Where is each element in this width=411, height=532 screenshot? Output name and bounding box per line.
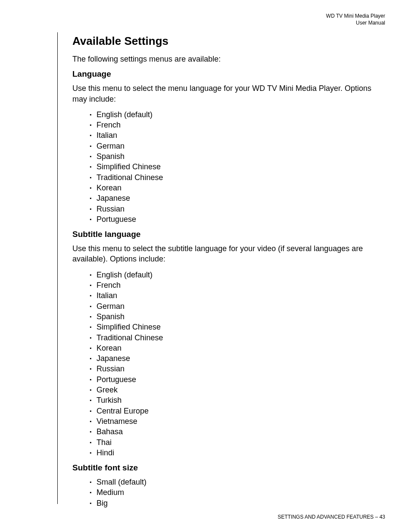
list-item: French [90, 280, 383, 290]
list-item: Medium [90, 487, 383, 498]
section-body-subtitle-language: Use this menu to select the subtitle lan… [72, 243, 383, 264]
section-body-language: Use this menu to select the menu languag… [72, 83, 383, 104]
list-item: Central Europe [90, 406, 383, 416]
page-footer: SETTINGS AND ADVANCED FEATURES – 43 [277, 514, 385, 520]
list-item: Thai [90, 437, 383, 448]
list-item: Spanish [90, 311, 383, 322]
list-item: Korean [90, 343, 383, 353]
list-item: Italian [90, 290, 383, 301]
section-heading-language: Language [72, 69, 383, 79]
header-line2: User Manual [326, 20, 385, 27]
list-item: Japanese [90, 193, 383, 203]
list-item: Traditional Chinese [90, 333, 383, 343]
page-header: WD TV Mini Media Player User Manual [326, 13, 385, 26]
list-item: Russian [90, 204, 383, 214]
section-heading-subtitle-font-size: Subtitle font size [72, 463, 383, 473]
intro-text: The following settings menus are availab… [72, 54, 383, 64]
list-item: English (default) [90, 270, 383, 280]
subtitle-font-size-list: Small (default) Medium Big [90, 477, 383, 508]
list-item: Vietnamese [90, 416, 383, 426]
language-list: English (default) French Italian German … [90, 109, 383, 224]
list-item: Simplified Chinese [90, 322, 383, 332]
vertical-rule [57, 32, 58, 504]
list-item: Spanish [90, 151, 383, 162]
header-line1: WD TV Mini Media Player [326, 13, 385, 20]
list-item: English (default) [90, 109, 383, 120]
list-item: Bahasa [90, 426, 383, 437]
list-item: Turkish [90, 395, 383, 405]
list-item: Small (default) [90, 477, 383, 487]
section-heading-subtitle-language: Subtitle language [72, 230, 383, 239]
list-item: French [90, 120, 383, 130]
content-area: Available Settings The following setting… [72, 34, 383, 513]
list-item: Greek [90, 385, 383, 395]
page-title: Available Settings [72, 34, 383, 48]
list-item: German [90, 301, 383, 311]
list-item: Hindi [90, 448, 383, 458]
list-item: Portuguese [90, 214, 383, 224]
list-item: Big [90, 498, 383, 508]
list-item: Simplified Chinese [90, 162, 383, 172]
list-item: Italian [90, 130, 383, 140]
list-item: Traditional Chinese [90, 172, 383, 183]
list-item: German [90, 141, 383, 151]
subtitle-language-list: English (default) French Italian German … [90, 270, 383, 458]
list-item: Korean [90, 183, 383, 193]
list-item: Japanese [90, 353, 383, 364]
list-item: Russian [90, 364, 383, 374]
list-item: Portuguese [90, 374, 383, 385]
